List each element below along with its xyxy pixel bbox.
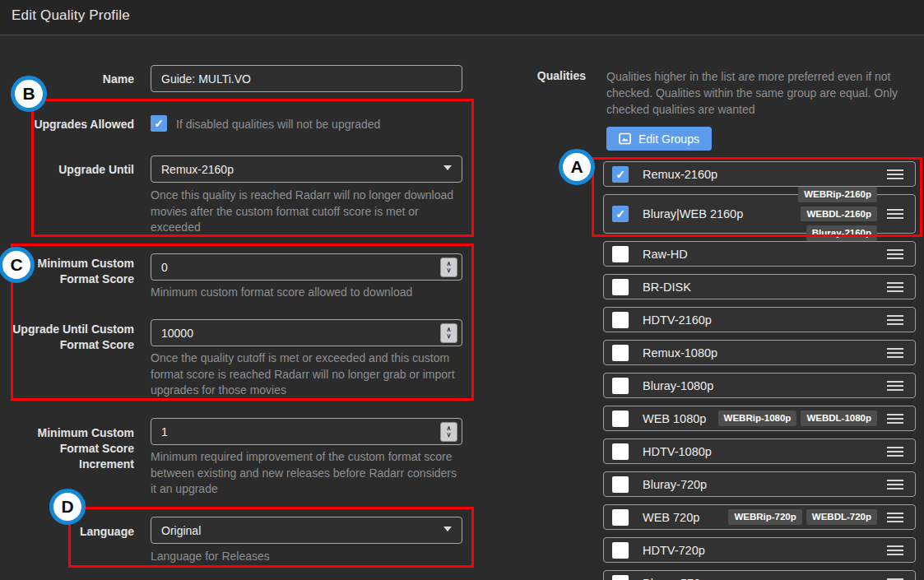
min-increment-value: 1 [161,425,168,438]
quality-checkbox[interactable]: ✓ [612,476,629,493]
number-spinner-icon[interactable]: ∧∨ [440,422,457,442]
quality-item[interactable]: ✓ Remux-1080p [603,340,916,365]
upgrade-until-score-help: Once the quality cutoff is met or exceed… [151,350,455,399]
quality-checkbox[interactable]: ✓ [612,206,629,222]
upgrades-allowed-help: If disabled qualities will not be upgrad… [176,117,380,133]
quality-item[interactable]: ✓ Bluray|WEB 2160p WEBRip-2160pWEBDL-216… [603,194,916,234]
upgrade-until-select[interactable]: Remux-2160p [151,155,462,183]
quality-item[interactable]: ✓ HDTV-1080p [603,438,916,464]
quality-checkbox[interactable]: ✓ [612,443,629,460]
check-icon: ✓ [615,208,625,220]
quality-label: Remux-2160p [643,168,717,181]
drag-handle-icon[interactable] [887,346,903,360]
edit-quality-profile-modal: Edit Quality Profile Name Upgrades Allow… [0,0,924,580]
qualities-description: Qualities higher in the list are more pr… [606,68,898,118]
min-format-score-value: 0 [161,261,168,274]
chevron-down-icon [443,527,452,531]
qualities-label: Qualities [494,69,586,82]
drag-handle-icon[interactable] [887,378,903,393]
check-icon: ✓ [615,169,625,180]
drag-handle-icon[interactable] [887,313,903,327]
upgrades-allowed-checkbox[interactable]: ✓ [151,115,167,132]
quality-label: Bluray-720p [643,478,707,491]
quality-checkbox[interactable]: ✓ [612,378,629,394]
quality-item[interactable]: ✓ BR-DISK [603,274,916,299]
quality-item[interactable]: ✓ WEB 1080p WEBRip-1080pWEBDL-1080p [603,406,916,431]
drag-handle-icon[interactable] [887,280,903,295]
edit-groups-label: Edit Groups [638,132,699,146]
upgrade-until-label: Upgrade Until [11,162,134,178]
quality-badge: WEBRip-2160p [798,187,877,202]
edit-groups-icon [619,132,631,145]
min-increment-input[interactable]: 1 ∧∨ [151,418,462,445]
annotation-marker-d: D [49,489,86,525]
number-spinner-icon[interactable]: ∧∨ [440,323,457,343]
number-spinner-icon[interactable]: ∧∨ [440,258,457,277]
quality-badge: WEBDL-1080p [801,411,877,426]
quality-item[interactable]: ✓ Raw-HD [603,241,916,267]
quality-item[interactable]: ✓ Bluray-576p [603,570,916,580]
quality-item[interactable]: ✓ WEB 720p WEBRip-720pWEBDL-720p [603,504,916,530]
quality-label: WEB 720p [643,511,699,524]
quality-checkbox[interactable]: ✓ [612,509,629,526]
upgrade-until-score-input[interactable]: 10000 ∧∨ [151,319,462,346]
quality-checkbox[interactable]: ✓ [612,411,629,427]
quality-label: HDTV-1080p [643,445,712,458]
upgrade-until-help: Once this quality is reached Radarr will… [151,188,453,236]
drag-handle-icon[interactable] [887,510,903,525]
quality-label: Bluray-1080p [643,379,713,392]
drag-handle-icon[interactable] [887,477,903,492]
quality-item[interactable]: ✓ Bluray-720p [603,471,916,497]
quality-badge: WEBRip-1080p [718,411,797,426]
quality-label: Bluray|WEB 2160p [643,207,743,220]
quality-label: Remux-1080p [643,346,717,360]
quality-checkbox[interactable]: ✓ [612,166,629,183]
drag-handle-icon[interactable] [887,543,903,558]
quality-item[interactable]: ✓ Remux-2160p [603,161,916,187]
name-input[interactable] [151,65,462,92]
quality-badges: WEBRip-2160pWEBDL-2160pBluray-2160p [743,187,877,241]
quality-item[interactable]: ✓ HDTV-2160p [603,307,916,332]
quality-checkbox[interactable]: ✓ [612,542,629,559]
min-format-score-input[interactable]: 0 ∧∨ [151,253,462,281]
quality-checkbox[interactable]: ✓ [612,279,629,295]
quality-checkbox[interactable]: ✓ [612,345,629,361]
quality-checkbox[interactable]: ✓ [612,575,629,580]
drag-handle-icon[interactable] [887,247,903,262]
quality-label: BR-DISK [643,281,691,294]
drag-handle-icon[interactable] [887,444,903,459]
modal-header: Edit Quality Profile [0,0,924,35]
drag-handle-icon[interactable] [887,576,903,580]
language-label: Language [11,524,134,540]
upgrade-until-score-label: Upgrade Until Custom Format Score [11,322,134,353]
min-increment-help: Minimum required improvement of the cust… [151,449,457,498]
quality-badges: WEBRip-720pWEBDL-720p [728,509,877,525]
quality-label: HDTV-720p [643,544,705,557]
quality-badge: WEBDL-720p [806,509,877,525]
quality-item[interactable]: ✓ HDTV-720p [603,537,916,563]
page-title: Edit Quality Profile [12,7,130,24]
quality-badge: WEBDL-2160p [801,206,877,222]
quality-label: Raw-HD [643,248,688,261]
quality-label: WEB 1080p [643,412,706,425]
drag-handle-icon[interactable] [887,411,903,426]
language-help: Language for Releases [151,549,270,565]
upgrades-allowed-label: Upgrades Allowed [11,117,134,132]
drag-handle-icon[interactable] [887,206,903,221]
quality-checkbox[interactable]: ✓ [612,312,629,328]
quality-item[interactable]: ✓ Bluray-1080p [603,373,916,398]
upgrade-until-score-value: 10000 [161,327,193,340]
min-format-score-help: Minimum custom format score allowed to d… [151,285,412,301]
quality-checkbox[interactable]: ✓ [612,246,629,262]
quality-badge: Bluray-2160p [806,225,877,241]
chevron-down-icon [443,165,452,170]
quality-label: Bluray-576p [643,577,707,580]
language-select[interactable]: Original [151,517,462,544]
edit-groups-button[interactable]: Edit Groups [606,127,712,151]
drag-handle-icon[interactable] [887,167,903,182]
annotation-marker-a: A [559,149,595,185]
check-icon: ✓ [154,118,164,129]
upgrade-until-value: Remux-2160p [161,163,234,176]
name-label: Name [11,72,134,87]
language-value: Original [161,524,201,537]
